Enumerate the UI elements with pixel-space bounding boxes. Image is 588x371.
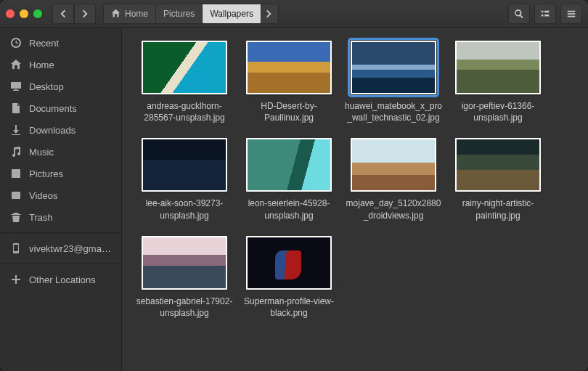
file-thumbnail — [142, 138, 227, 192]
file-name: leon-seierlein-45928-unsplash.jpg — [240, 197, 338, 221]
sidebar-item-recent[interactable]: Recent — [0, 32, 121, 54]
search-button[interactable] — [508, 4, 530, 24]
sidebar-item-label: Documents — [29, 103, 77, 114]
minimize-window-button[interactable] — [20, 9, 28, 18]
sidebar-item-documents[interactable]: Documents — [0, 97, 121, 119]
sidebar-item-music[interactable]: Music — [0, 141, 121, 163]
sidebar-item-videos[interactable]: Videos — [0, 184, 121, 206]
toolbar-right — [508, 4, 582, 24]
sidebar-item-label: Downloads — [29, 125, 75, 136]
file-thumbnail — [246, 138, 332, 192]
file-thumbnail — [351, 138, 436, 192]
videos-icon — [10, 189, 22, 201]
sidebar-item-desktop[interactable]: Desktop — [0, 76, 121, 97]
search-icon — [514, 9, 524, 19]
forward-button[interactable] — [74, 4, 96, 24]
file-item[interactable]: mojave_day_5120x2880_droidviews.jpg — [341, 138, 446, 221]
back-button[interactable] — [52, 4, 74, 24]
breadcrumb: Home Pictures Wallpapers — [103, 4, 279, 24]
file-item[interactable]: huawei_matebook_x_pro_wall_technastic_02… — [341, 41, 446, 123]
sidebar-item-trash[interactable]: Trash — [0, 206, 121, 228]
file-name: Superman-profile-view-black.png — [240, 295, 338, 319]
maximize-window-button[interactable] — [33, 9, 42, 18]
sidebar-item-label: Desktop — [29, 81, 64, 92]
home-icon — [111, 9, 121, 18]
sidebar-item-pictures[interactable]: Pictures — [0, 163, 121, 184]
breadcrumb-wallpapers[interactable]: Wallpapers — [203, 4, 261, 24]
breadcrumb-home-label: Home — [125, 9, 148, 19]
window-controls — [6, 9, 42, 18]
file-item[interactable]: Superman-profile-view-black.png — [237, 236, 341, 319]
sidebar-item-account[interactable]: vivektwr23@gmail.... — [0, 237, 121, 259]
breadcrumb-home[interactable]: Home — [103, 4, 156, 24]
breadcrumb-wallpapers-label: Wallpapers — [210, 9, 253, 19]
sidebar-item-label: Music — [29, 147, 54, 158]
file-thumbnail — [246, 41, 332, 94]
file-item[interactable]: lee-aik-soon-39273-unsplash.jpg — [132, 138, 237, 221]
titlebar: Home Pictures Wallpapers — [0, 0, 588, 28]
close-window-button[interactable] — [6, 9, 15, 18]
sidebar-item-label: vivektwr23@gmail.... — [29, 243, 111, 254]
sidebar-item-label: Videos — [29, 190, 58, 201]
chevron-right-icon — [264, 9, 274, 19]
sidebar-item-label: Pictures — [29, 168, 63, 179]
pictures-icon — [10, 168, 22, 179]
sidebar-separator — [0, 232, 121, 233]
breadcrumb-pictures-label: Pictures — [163, 9, 195, 19]
file-item[interactable]: igor-peftiev-61366-unsplash.jpg — [446, 41, 550, 123]
file-item[interactable]: rainy-night-artistic-painting.jpg — [446, 138, 550, 221]
sidebar: Recent Home Desktop Documents Downloads … — [0, 28, 122, 371]
documents-icon — [10, 102, 22, 114]
file-name: lee-aik-soon-39273-unsplash.jpg — [135, 197, 234, 221]
content-area[interactable]: andreas-gucklhorn-285567-unsplash.jpgHD-… — [122, 28, 588, 371]
desktop-icon — [10, 81, 22, 92]
chevron-left-icon — [58, 9, 68, 19]
file-thumbnail — [142, 236, 227, 290]
sidebar-item-label: Other Locations — [29, 274, 96, 285]
file-thumbnail — [455, 41, 541, 94]
breadcrumb-pictures[interactable]: Pictures — [156, 4, 203, 24]
phone-icon — [10, 242, 22, 254]
file-item[interactable]: leon-seierlein-45928-unsplash.jpg — [237, 138, 341, 221]
chevron-right-icon — [80, 9, 90, 19]
file-name: rainy-night-artistic-painting.jpg — [449, 197, 547, 221]
file-thumbnail — [142, 41, 227, 94]
file-thumbnail — [246, 236, 332, 290]
sidebar-item-other-locations[interactable]: Other Locations — [0, 269, 121, 290]
sidebar-separator — [0, 264, 121, 264]
view-mode-button[interactable] — [534, 4, 556, 24]
file-item[interactable]: sebastien-gabriel-17902-unsplash.jpg — [132, 236, 237, 319]
body: Recent Home Desktop Documents Downloads … — [0, 28, 588, 371]
home-icon — [10, 59, 22, 70]
sidebar-item-downloads[interactable]: Downloads — [0, 119, 121, 141]
list-view-icon — [540, 9, 550, 19]
music-icon — [10, 146, 22, 158]
breadcrumb-more-button[interactable] — [261, 4, 279, 24]
file-name: mojave_day_5120x2880_droidviews.jpg — [344, 197, 443, 221]
file-grid: andreas-gucklhorn-285567-unsplash.jpgHD-… — [132, 41, 578, 319]
hamburger-menu-button[interactable] — [560, 4, 582, 24]
file-item[interactable]: HD-Desert-by-Paullinux.jpg — [237, 41, 341, 123]
trash-icon — [10, 211, 22, 223]
file-item[interactable]: andreas-gucklhorn-285567-unsplash.jpg — [132, 41, 237, 123]
sidebar-item-label: Trash — [29, 212, 53, 223]
file-name: huawei_matebook_x_pro_wall_technastic_02… — [344, 100, 443, 123]
nav-back-forward — [52, 4, 96, 24]
file-thumbnail — [455, 138, 541, 192]
download-icon — [10, 124, 22, 136]
sidebar-item-label: Home — [29, 60, 54, 70]
sidebar-item-home[interactable]: Home — [0, 54, 121, 76]
file-name: HD-Desert-by-Paullinux.jpg — [240, 100, 338, 123]
clock-icon — [10, 37, 22, 49]
file-name: igor-peftiev-61366-unsplash.jpg — [449, 100, 547, 123]
file-name: sebastien-gabriel-17902-unsplash.jpg — [135, 295, 234, 319]
file-name: andreas-gucklhorn-285567-unsplash.jpg — [135, 100, 234, 123]
file-manager-window: Home Pictures Wallpapers — [0, 0, 588, 371]
hamburger-icon — [566, 9, 576, 19]
plus-icon — [10, 274, 22, 285]
file-thumbnail — [351, 41, 436, 94]
sidebar-item-label: Recent — [29, 38, 59, 49]
